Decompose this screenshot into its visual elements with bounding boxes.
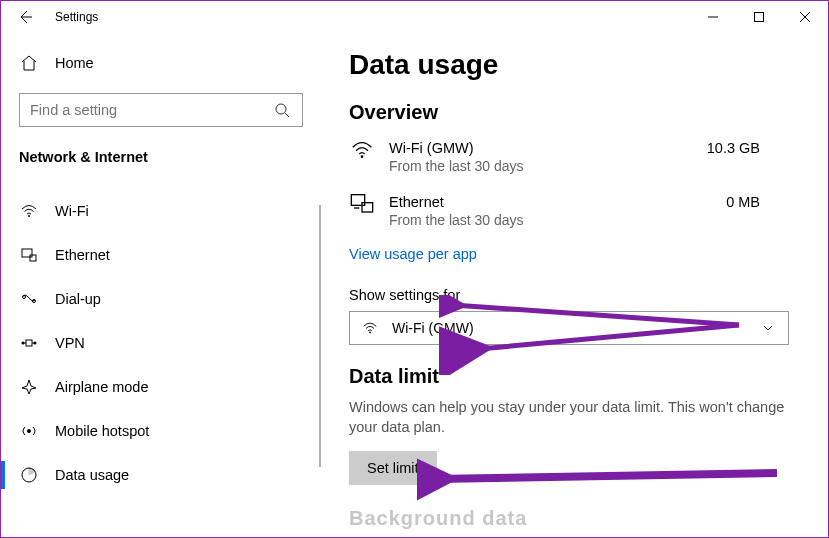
overview-name: Wi-Fi (GMW) — [389, 140, 524, 156]
svg-rect-20 — [362, 203, 373, 212]
titlebar: Settings — [1, 1, 828, 33]
dialup-icon — [19, 289, 39, 309]
svg-point-22 — [369, 332, 371, 334]
airplane-icon — [19, 377, 39, 397]
home-nav[interactable]: Home — [19, 41, 303, 85]
maximize-button[interactable] — [736, 1, 782, 33]
minimize-button[interactable] — [690, 1, 736, 33]
data-limit-description: Windows can help you stay under your dat… — [349, 398, 789, 437]
nav-label: Airplane mode — [55, 379, 149, 395]
search-box[interactable] — [19, 93, 303, 127]
overview-value: 0 MB — [726, 194, 800, 210]
sidebar-item-datausage[interactable]: Data usage — [1, 453, 321, 497]
overview-value: 10.3 GB — [707, 140, 800, 156]
sidebar-item-vpn[interactable]: VPN — [1, 321, 321, 365]
sidebar-item-wifi[interactable]: Wi-Fi — [1, 189, 321, 233]
close-button[interactable] — [782, 1, 828, 33]
nav-label: Wi-Fi — [55, 203, 89, 219]
svg-point-18 — [361, 155, 364, 158]
data-limit-heading: Data limit — [349, 365, 800, 388]
datausage-icon — [19, 465, 39, 485]
nav-label: Data usage — [55, 467, 129, 483]
window-title: Settings — [55, 10, 98, 24]
nav-label: Dial-up — [55, 291, 101, 307]
main-content: Data usage Overview Wi-Fi (GMW) From the… — [321, 33, 828, 537]
sidebar: Home Network & Internet Wi-Fi Ethernet D… — [1, 33, 321, 537]
sidebar-item-airplane[interactable]: Airplane mode — [1, 365, 321, 409]
page-title: Data usage — [349, 49, 800, 81]
overview-heading: Overview — [349, 101, 800, 124]
nav-label: Ethernet — [55, 247, 110, 263]
overview-row-wifi: Wi-Fi (GMW) From the last 30 days 10.3 G… — [349, 134, 800, 188]
svg-point-9 — [23, 296, 26, 299]
search-input[interactable] — [30, 102, 270, 118]
ethernet-icon — [349, 194, 375, 214]
svg-rect-13 — [26, 340, 32, 346]
hotspot-icon — [19, 421, 39, 441]
svg-line-25 — [435, 473, 777, 479]
annotation-arrow — [417, 453, 787, 503]
home-label: Home — [55, 55, 94, 71]
wifi-icon — [19, 201, 39, 221]
wifi-icon — [360, 318, 380, 338]
window-controls — [690, 1, 828, 33]
ethernet-icon — [19, 245, 39, 265]
sidebar-item-ethernet[interactable]: Ethernet — [1, 233, 321, 277]
show-settings-label: Show settings for — [349, 287, 800, 303]
category-title: Network & Internet — [19, 149, 303, 165]
nav-label: Mobile hotspot — [55, 423, 149, 439]
back-button[interactable] — [1, 1, 49, 33]
svg-line-5 — [285, 113, 289, 117]
nav-label: VPN — [55, 335, 85, 351]
overview-sub: From the last 30 days — [389, 212, 524, 228]
svg-point-16 — [27, 429, 31, 433]
chevron-down-icon — [758, 318, 778, 338]
home-icon — [19, 53, 39, 73]
view-usage-link[interactable]: View usage per app — [349, 246, 477, 262]
show-settings-dropdown[interactable]: Wi-Fi (GMW) — [349, 311, 789, 345]
search-icon — [272, 100, 292, 120]
svg-rect-1 — [755, 13, 764, 22]
wifi-icon — [349, 140, 375, 160]
overview-row-ethernet: Ethernet From the last 30 days 0 MB — [349, 188, 800, 242]
sidebar-item-dialup[interactable]: Dial-up — [1, 277, 321, 321]
dropdown-value: Wi-Fi (GMW) — [392, 320, 474, 336]
svg-rect-8 — [30, 255, 36, 261]
vpn-icon — [19, 333, 39, 353]
svg-point-4 — [276, 104, 286, 114]
overview-name: Ethernet — [389, 194, 524, 210]
background-data-heading: Back​ground data — [349, 507, 800, 530]
set-limit-button[interactable]: Set limit — [349, 451, 437, 485]
overview-sub: From the last 30 days — [389, 158, 524, 174]
sidebar-item-hotspot[interactable]: Mobile hotspot — [1, 409, 321, 453]
svg-point-6 — [28, 215, 30, 217]
